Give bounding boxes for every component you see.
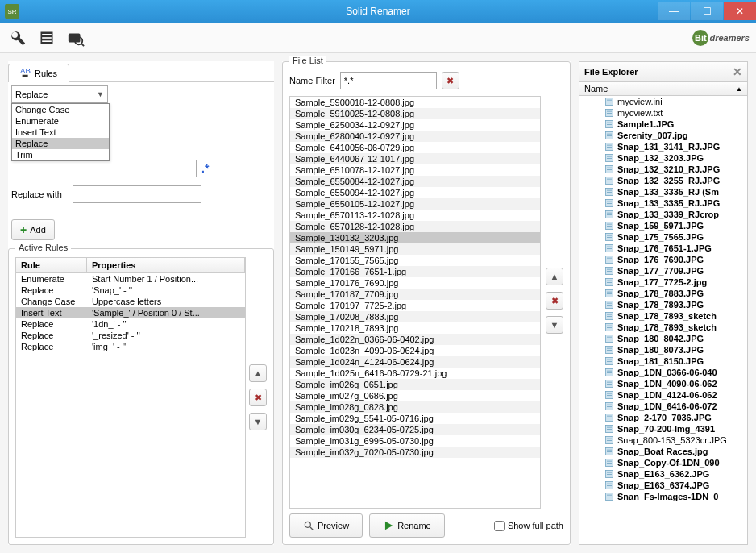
file-delete-button[interactable]: ✖ [546, 292, 563, 310]
explorer-file-row[interactable]: Snap_1DN_6416-06-072 [579, 401, 747, 412]
explorer-file-row[interactable]: Sample1.JPG [579, 118, 747, 130]
active-rule-row[interactable]: Replace'_resized' - '' [16, 330, 245, 341]
file-list-row[interactable]: Sample_im026g_0651.jpg [290, 379, 540, 390]
explorer-file-row[interactable]: Snap_132_3210_RJ.JPG [579, 164, 747, 175]
file-list-row[interactable]: Sample_im031g_6995-05-0730.jpg [290, 435, 540, 447]
file-list-row[interactable]: Sample_5910025-12-0808.jpg [290, 108, 540, 119]
file-list-row[interactable]: Sample_6440067-12-1017.jpg [290, 153, 540, 164]
rename-button[interactable]: Rename [369, 514, 445, 538]
file-list-row[interactable]: Sample_1d024n_4124-06-0624.jpg [290, 356, 540, 368]
explorer-file-row[interactable]: Snap_159_5971.JPG [579, 220, 747, 231]
maximize-button[interactable]: ☐ [691, 2, 723, 20]
replace-with-input[interactable] [73, 185, 201, 203]
file-list-row[interactable]: Sample_170166_7651-1.jpg [290, 266, 540, 277]
replace-input[interactable] [60, 160, 197, 177]
active-rule-row[interactable]: Replace'Snap_' - '' [16, 285, 245, 296]
name-filter-input[interactable] [340, 72, 437, 89]
active-rule-row[interactable]: Replace'1dn_' - '' [16, 318, 245, 330]
minimize-button[interactable]: — [658, 2, 690, 20]
file-list-row[interactable]: Sample_im028g_0828.jpg [290, 401, 540, 413]
file-list-row[interactable]: Sample_6280040-12-0927.jpg [290, 131, 540, 142]
explorer-file-row[interactable]: Snap_1DN_0366-06-040 [579, 367, 747, 378]
file-move-down-button[interactable]: ▼ [546, 316, 563, 334]
explorer-file-row[interactable]: Snap_132_3203.JPG [579, 152, 747, 164]
file-list-row[interactable]: Sample_1d023n_4090-06-0624.jpg [290, 345, 540, 356]
file-list-row[interactable]: Sample_im030g_6234-05-0725.jpg [290, 424, 540, 435]
clear-filter-button[interactable]: ✖ [442, 72, 459, 89]
explorer-file-row[interactable]: Snap_176_7651-1.JPG [579, 243, 747, 254]
explorer-file-row[interactable]: mycview.txt [579, 107, 747, 118]
explorer-file-row[interactable]: Snap_E163_6362.JPG [579, 468, 747, 480]
explorer-file-row[interactable]: Snap_178_7893_sketch [579, 322, 747, 333]
explorer-file-row[interactable]: Snap_176_7690.JPG [579, 254, 747, 265]
active-rule-row[interactable]: Replace'img_' - '' [16, 341, 245, 352]
combo-option[interactable]: Insert Text [12, 127, 109, 138]
combo-option[interactable]: Change Case [12, 104, 109, 115]
file-list-row[interactable]: Sample_6550094-12-1027.jpg [290, 187, 540, 198]
preview-button[interactable]: Preview [289, 514, 363, 538]
explorer-col-header-name[interactable]: Name▲ [579, 82, 747, 96]
wrench-icon[interactable] [6, 27, 29, 49]
file-list-row[interactable]: Sample_5900018-12-0808.jpg [290, 97, 540, 108]
rule-delete-button[interactable]: ✖ [249, 389, 267, 406]
file-move-up-button[interactable]: ▲ [546, 268, 563, 285]
explorer-file-row[interactable]: Snap_133_3335_RJ.JPG [579, 198, 747, 209]
explorer-file-row[interactable]: Snap_133_3339_RJcrop [579, 209, 747, 220]
rule-move-up-button[interactable]: ▲ [249, 364, 267, 382]
combo-option[interactable]: Enumerate [12, 115, 109, 127]
explorer-file-row[interactable]: Snap_178_7883.JPG [579, 288, 747, 299]
explorer-file-row[interactable]: Snap_800-153_5323cr.JPG [579, 434, 747, 446]
explorer-file-row[interactable]: Snap_178_7893_sketch [579, 310, 747, 322]
explorer-file-row[interactable]: Snap_180_8073.JPG [579, 344, 747, 356]
explorer-file-row[interactable]: mycview.ini [579, 96, 747, 107]
combo-option[interactable]: Replace [12, 138, 109, 149]
explorer-file-row[interactable]: Snap_70-200-Img_4391 [579, 423, 747, 434]
explorer-file-row[interactable]: Snap_2-170_7036.JPG [579, 412, 747, 423]
file-list-row[interactable]: Sample_6250034-12-0927.jpg [290, 119, 540, 131]
active-rule-row[interactable]: Insert Text'Sample_' / Position 0 / St..… [16, 307, 245, 318]
show-full-path-checkbox[interactable] [494, 521, 505, 531]
file-explorer-tree[interactable]: Name▲ mycview.inimycview.txtSample1.JPGS… [579, 82, 748, 545]
file-list-row[interactable]: Sample_170155_7565.jpg [290, 255, 540, 266]
rule-move-down-button[interactable]: ▼ [249, 413, 267, 430]
explorer-file-row[interactable]: Snap_178_7893.JPG [579, 299, 747, 310]
file-explorer-close-button[interactable]: ✕ [733, 65, 742, 78]
file-list-row[interactable]: Sample_170208_7883.jpg [290, 311, 540, 322]
file-list-row[interactable]: Sample_170197_7725-2.jpg [290, 300, 540, 311]
explorer-file-row[interactable]: Snap_177_7725-2.jpg [579, 276, 747, 288]
file-list-row[interactable]: Sample_im027g_0686.jpg [290, 390, 540, 401]
file-list[interactable]: Sample_5900018-12-0808.jpgSample_5910025… [289, 96, 541, 509]
combo-option[interactable]: Trim [12, 149, 109, 160]
explorer-file-row[interactable]: Snap_133_3335_RJ (Sm [579, 186, 747, 198]
col-header-properties[interactable]: Properties [87, 258, 245, 272]
add-rule-button[interactable]: +Add [11, 219, 55, 240]
explorer-file-row[interactable]: Snap_1DN_4124-06-062 [579, 389, 747, 401]
explorer-file-row[interactable]: Snap_132_3255_RJ.JPG [579, 175, 747, 186]
file-list-row[interactable]: Sample_im029g_5541-05-0716.jpg [290, 413, 540, 424]
tab-rules[interactable]: ABC Rules [8, 64, 69, 82]
explorer-file-row[interactable]: Snap_Boat Races.jpg [579, 446, 747, 457]
file-list-row[interactable]: Sample_6570113-12-1028.jpg [290, 210, 540, 221]
rule-type-combo[interactable]: Replace ▼ Change CaseEnumerateInsert Tex… [11, 85, 108, 103]
file-list-row[interactable]: Sample_170218_7893.jpg [290, 322, 540, 334]
explorer-file-row[interactable]: Snap_131_3141_RJ.JPG [579, 141, 747, 152]
explorer-file-row[interactable]: Snap_E163_6374.JPG [579, 480, 747, 491]
file-list-row[interactable]: Sample_im032g_7020-05-0730.jpg [290, 447, 540, 458]
explorer-file-row[interactable]: Snap_177_7709.JPG [579, 265, 747, 276]
file-list-row[interactable]: Sample_130132_3203.jpg [290, 232, 540, 243]
explorer-file-row[interactable]: Snan_Fs-Images-1DN_0 [579, 491, 747, 502]
file-list-row[interactable]: Sample_170187_7709.jpg [290, 289, 540, 300]
camera-search-icon[interactable] [64, 27, 87, 49]
explorer-file-row[interactable]: Serenity_007.jpg [579, 130, 747, 141]
explorer-file-row[interactable]: Snap_181_8150.JPG [579, 356, 747, 367]
file-list-row[interactable]: Sample_1d022n_0366-06-0402.jpg [290, 334, 540, 345]
file-list-row[interactable]: Sample_6570128-12-1028.jpg [290, 221, 540, 232]
active-rule-row[interactable]: EnumerateStart Number 1 / Position... [16, 273, 245, 285]
explorer-file-row[interactable]: Snap_180_8042.JPG [579, 333, 747, 344]
active-rule-row[interactable]: Change CaseUppercase letters [16, 296, 245, 307]
file-list-row[interactable]: Sample_6550105-12-1027.jpg [290, 198, 540, 210]
close-button[interactable]: ✕ [724, 2, 756, 20]
file-list-row[interactable]: Sample_6550084-12-1027.jpg [290, 176, 540, 187]
file-list-row[interactable]: Sample_6410056-06-0729.jpg [290, 142, 540, 153]
list-icon[interactable] [35, 27, 58, 49]
